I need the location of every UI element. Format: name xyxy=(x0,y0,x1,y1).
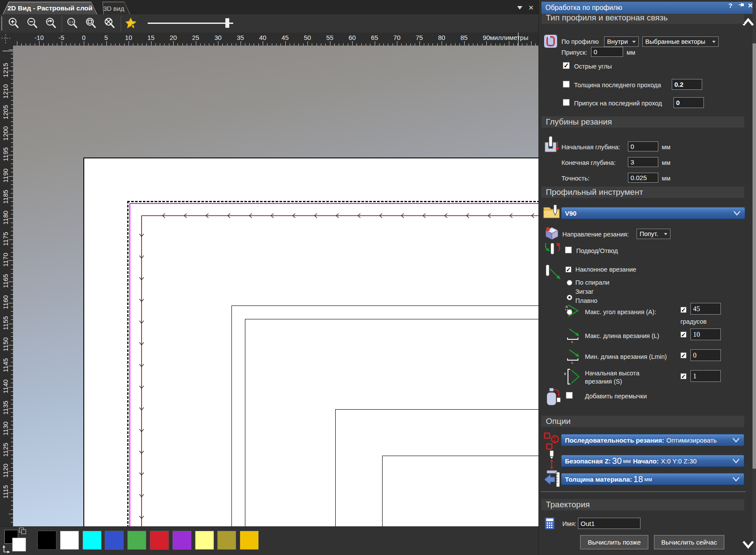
zoom-fit-icon[interactable] xyxy=(104,17,116,30)
sharp-corners-label: Острые углы xyxy=(574,63,612,70)
view-collapse-button[interactable] xyxy=(516,4,524,12)
drawing-canvas[interactable] xyxy=(13,46,538,526)
ruler-tick xyxy=(173,41,174,46)
ruler-number: 1130 xyxy=(2,420,9,437)
ramp-start-height-checkbox[interactable]: ✓ xyxy=(680,373,687,379)
ruler-tick xyxy=(151,41,152,46)
last-pass-allowance-checkbox[interactable]: ✓ xyxy=(563,99,570,106)
section-profile-tool: Профильный инструмент xyxy=(541,187,744,198)
zoom-box-icon[interactable] xyxy=(85,17,97,30)
zoom-slider-track[interactable] xyxy=(148,23,233,24)
tool-dropdown[interactable]: V90 xyxy=(561,207,745,219)
ruler-number: -10 xyxy=(30,34,48,41)
ruler-number: 1125 xyxy=(2,441,9,458)
start-depth-input[interactable] xyxy=(628,141,658,151)
ruler-tick xyxy=(9,324,13,324)
zigzag-radio[interactable] xyxy=(567,295,572,300)
spiral-radio[interactable] xyxy=(567,280,572,286)
last-pass-thickness-label: Толщина последнего прохода xyxy=(574,82,661,89)
ramp-start-height-input[interactable] xyxy=(690,370,721,382)
final-depth-input[interactable] xyxy=(628,157,658,167)
max-ramp-angle-input[interactable] xyxy=(690,303,721,315)
palette-swatch[interactable] xyxy=(195,531,214,550)
palette-swatch[interactable] xyxy=(60,531,79,550)
panel-divider xyxy=(541,491,746,492)
cut-sequence-dropdown[interactable]: Последовательность резания: Оптимизирова… xyxy=(561,434,744,446)
last-pass-allowance-input[interactable] xyxy=(673,97,704,108)
allowance-input[interactable] xyxy=(591,47,623,57)
palette-swatch[interactable] xyxy=(150,531,169,550)
ruler-tick xyxy=(241,41,241,46)
vector-association-value: Выбранные векторы xyxy=(645,38,705,45)
ruler-number: 75 xyxy=(411,34,428,41)
ruler-tick xyxy=(218,41,218,46)
profile-side-icon xyxy=(544,35,557,48)
add-bridges-label: Добавить перемычки xyxy=(585,393,647,400)
zoom-previous-icon[interactable] xyxy=(45,17,57,30)
panel-scrollbar-thumb[interactable] xyxy=(753,43,756,469)
zoom-one-to-one-icon[interactable]: 1:1 xyxy=(66,17,79,30)
zoom-out-icon[interactable] xyxy=(26,17,39,30)
zoom-slider-handle[interactable] xyxy=(225,18,229,28)
ramp-start-height-label-2: врезания (S) xyxy=(585,378,622,385)
vector-association-dropdown[interactable]: Выбранные векторы xyxy=(642,36,719,47)
svg-text:L: L xyxy=(571,361,574,364)
secondary-color-swatch[interactable] xyxy=(12,538,26,552)
swap-colors-icon[interactable] xyxy=(1,544,11,555)
ruler-number: 1165 xyxy=(2,273,9,290)
ramping-checkbox[interactable]: ✓ xyxy=(565,266,571,273)
max-ramp-angle-checkbox[interactable]: ✓ xyxy=(680,307,687,313)
lead-in-out-checkbox[interactable]: ✓ xyxy=(565,246,572,253)
safe-z-value: 30 xyxy=(612,456,622,466)
section-toolpath: Траектория xyxy=(541,499,744,510)
view-close-button[interactable]: ✕ xyxy=(527,4,535,12)
tab-3d-view[interactable]: 3D вид xyxy=(98,2,130,14)
safe-z-dropdown[interactable]: Безопасная Z: 30 мм Начало: X:0 Y:0 Z:30 xyxy=(561,455,744,467)
cut-sequence-icon xyxy=(543,432,560,451)
zoom-selected-star-icon[interactable] xyxy=(125,17,139,30)
toolbar-separator xyxy=(121,16,121,31)
scroll-down-icon[interactable] xyxy=(742,540,754,549)
profile-side-dropdown[interactable]: Внутри xyxy=(604,36,639,47)
ruler-number: 1190 xyxy=(2,167,9,184)
tab-2d-view[interactable]: 2D Вид - Растровый слой xyxy=(3,2,97,14)
cut-direction-value: Попут. xyxy=(640,230,658,237)
material-thickness-dropdown[interactable]: Толщина материала: 18 мм xyxy=(561,473,744,485)
cut-direction-dropdown[interactable]: Попут. xyxy=(637,229,670,239)
ruler-tick xyxy=(486,41,487,46)
ruler-tick xyxy=(9,387,13,388)
palette-swatch[interactable] xyxy=(127,531,146,550)
calculate-later-button[interactable]: Вычислить позже xyxy=(580,535,648,549)
min-ramp-length-input[interactable] xyxy=(690,349,721,361)
max-ramp-length-checkbox[interactable]: ✓ xyxy=(680,332,687,338)
ruler-tick xyxy=(9,134,13,135)
palette-swatch[interactable] xyxy=(83,531,102,550)
last-pass-thickness-checkbox[interactable]: ✓ xyxy=(563,81,570,88)
zoom-in-icon[interactable] xyxy=(8,17,20,30)
calculate-now-button[interactable]: Вычислить сейчас xyxy=(654,535,724,549)
palette-swatch[interactable] xyxy=(217,531,236,550)
tool-folder-icon[interactable] xyxy=(542,203,561,220)
chevron-down-icon xyxy=(732,476,740,482)
pin-icon[interactable] xyxy=(737,2,745,9)
ruler-number: 65 xyxy=(366,34,383,41)
palette-swatch[interactable] xyxy=(37,531,56,550)
palette-swatch[interactable] xyxy=(240,531,259,550)
help-icon[interactable]: ? xyxy=(726,2,734,9)
ruler-tick xyxy=(9,471,13,472)
toolbar-grip[interactable] xyxy=(1,16,2,30)
tolerance-input[interactable] xyxy=(628,173,658,183)
ruler-tick xyxy=(9,260,13,261)
add-bridges-icon xyxy=(544,387,562,408)
toolpath-name-input[interactable] xyxy=(578,518,640,529)
palette-swatch[interactable] xyxy=(105,531,124,550)
palette-swatch[interactable] xyxy=(172,531,191,550)
max-ramp-length-input[interactable] xyxy=(690,328,721,340)
sharp-corners-checkbox[interactable]: ✓ xyxy=(563,62,570,69)
ruler-tick xyxy=(9,155,13,155)
min-ramp-length-checkbox[interactable]: ✓ xyxy=(680,352,687,358)
add-bridges-checkbox[interactable]: ✓ xyxy=(566,392,573,399)
last-pass-thickness-input[interactable] xyxy=(672,79,702,90)
panel-titlebar[interactable]: Обработка по профилю xyxy=(541,2,754,14)
vector-rectangle xyxy=(382,456,539,527)
